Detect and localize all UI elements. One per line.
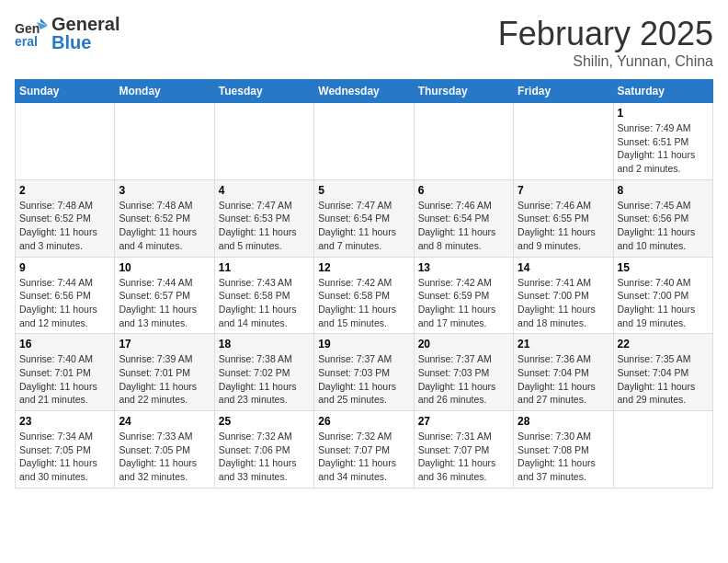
calendar-cell: 26Sunrise: 7:32 AM Sunset: 7:07 PM Dayli… — [314, 411, 414, 488]
logo: Gen eral General Blue — [15, 15, 119, 52]
day-number: 8 — [618, 184, 709, 197]
calendar-cell: 17Sunrise: 7:39 AM Sunset: 7:01 PM Dayli… — [115, 334, 214, 411]
day-info: Sunrise: 7:42 AM Sunset: 6:58 PM Dayligh… — [318, 276, 409, 330]
day-info: Sunrise: 7:42 AM Sunset: 6:59 PM Dayligh… — [418, 276, 509, 330]
calendar-cell: 2Sunrise: 7:48 AM Sunset: 6:52 PM Daylig… — [16, 179, 115, 257]
day-number: 1 — [618, 107, 709, 120]
calendar-cell: 8Sunrise: 7:45 AM Sunset: 6:56 PM Daylig… — [613, 179, 712, 257]
day-number: 23 — [19, 415, 110, 428]
calendar-cell: 23Sunrise: 7:34 AM Sunset: 7:05 PM Dayli… — [16, 411, 115, 488]
day-info: Sunrise: 7:36 AM Sunset: 7:04 PM Dayligh… — [518, 352, 609, 407]
day-info: Sunrise: 7:35 AM Sunset: 7:04 PM Dayligh… — [618, 352, 709, 407]
calendar-cell: 1Sunrise: 7:49 AM Sunset: 6:51 PM Daylig… — [613, 103, 712, 180]
calendar-cell — [613, 411, 712, 488]
day-info: Sunrise: 7:47 AM Sunset: 6:54 PM Dayligh… — [318, 199, 409, 253]
week-row-2: 2Sunrise: 7:48 AM Sunset: 6:52 PM Daylig… — [16, 179, 713, 257]
day-info: Sunrise: 7:44 AM Sunset: 6:56 PM Dayligh… — [19, 276, 110, 330]
day-info: Sunrise: 7:30 AM Sunset: 7:08 PM Dayligh… — [518, 430, 609, 484]
calendar-cell: 19Sunrise: 7:37 AM Sunset: 7:03 PM Dayli… — [314, 334, 414, 411]
day-info: Sunrise: 7:43 AM Sunset: 6:58 PM Dayligh… — [219, 276, 310, 330]
day-info: Sunrise: 7:44 AM Sunset: 6:57 PM Dayligh… — [119, 276, 210, 330]
calendar-cell: 25Sunrise: 7:32 AM Sunset: 7:06 PM Dayli… — [214, 411, 313, 488]
day-of-week-friday: Friday — [514, 80, 613, 103]
logo-text: General Blue — [51, 15, 119, 52]
day-number: 5 — [318, 184, 409, 197]
week-row-1: 1Sunrise: 7:49 AM Sunset: 6:51 PM Daylig… — [16, 103, 713, 180]
day-info: Sunrise: 7:48 AM Sunset: 6:52 PM Dayligh… — [119, 199, 210, 253]
day-info: Sunrise: 7:45 AM Sunset: 6:56 PM Dayligh… — [618, 199, 709, 253]
day-number: 26 — [318, 415, 409, 428]
calendar-cell: 15Sunrise: 7:40 AM Sunset: 7:00 PM Dayli… — [613, 257, 712, 334]
svg-text:eral: eral — [15, 34, 38, 49]
day-info: Sunrise: 7:34 AM Sunset: 7:05 PM Dayligh… — [19, 430, 110, 484]
day-info: Sunrise: 7:40 AM Sunset: 7:00 PM Dayligh… — [618, 276, 709, 330]
calendar-cell: 11Sunrise: 7:43 AM Sunset: 6:58 PM Dayli… — [214, 257, 313, 334]
logo-icon: Gen eral — [15, 17, 48, 50]
day-of-week-wednesday: Wednesday — [314, 80, 414, 103]
calendar-cell: 12Sunrise: 7:42 AM Sunset: 6:58 PM Dayli… — [314, 257, 414, 334]
day-number: 17 — [119, 338, 210, 350]
day-number: 9 — [19, 261, 110, 274]
day-info: Sunrise: 7:38 AM Sunset: 7:02 PM Dayligh… — [219, 352, 310, 407]
day-number: 6 — [418, 184, 509, 197]
day-info: Sunrise: 7:33 AM Sunset: 7:05 PM Dayligh… — [119, 430, 210, 484]
calendar-cell — [115, 103, 214, 180]
calendar-table: SundayMondayTuesdayWednesdayThursdayFrid… — [15, 79, 713, 488]
logo-general: General — [51, 15, 119, 33]
day-number: 18 — [219, 338, 310, 350]
week-row-4: 16Sunrise: 7:40 AM Sunset: 7:01 PM Dayli… — [16, 334, 713, 411]
day-number: 27 — [418, 415, 509, 428]
day-info: Sunrise: 7:46 AM Sunset: 6:54 PM Dayligh… — [418, 199, 509, 253]
week-row-3: 9Sunrise: 7:44 AM Sunset: 6:56 PM Daylig… — [16, 257, 713, 334]
day-info: Sunrise: 7:37 AM Sunset: 7:03 PM Dayligh… — [418, 352, 509, 407]
day-number: 14 — [518, 261, 609, 274]
calendar-cell: 5Sunrise: 7:47 AM Sunset: 6:54 PM Daylig… — [314, 179, 414, 257]
day-number: 3 — [119, 184, 210, 197]
day-number: 28 — [518, 415, 609, 428]
day-number: 13 — [418, 261, 509, 274]
calendar-cell: 20Sunrise: 7:37 AM Sunset: 7:03 PM Dayli… — [414, 334, 513, 411]
day-number: 10 — [119, 261, 210, 274]
title-block: February 2025 Shilin, Yunnan, China — [498, 15, 713, 70]
calendar-cell — [214, 103, 313, 180]
calendar-cell — [414, 103, 513, 180]
day-number: 7 — [518, 184, 609, 197]
day-number: 11 — [219, 261, 310, 274]
calendar-title: February 2025 — [498, 15, 713, 53]
day-info: Sunrise: 7:41 AM Sunset: 7:00 PM Dayligh… — [518, 276, 609, 330]
days-header-row: SundayMondayTuesdayWednesdayThursdayFrid… — [16, 80, 713, 103]
calendar-cell: 4Sunrise: 7:47 AM Sunset: 6:53 PM Daylig… — [214, 179, 313, 257]
day-number: 2 — [19, 184, 110, 197]
calendar-cell: 22Sunrise: 7:35 AM Sunset: 7:04 PM Dayli… — [613, 334, 712, 411]
day-number: 4 — [219, 184, 310, 197]
day-number: 24 — [119, 415, 210, 428]
day-info: Sunrise: 7:47 AM Sunset: 6:53 PM Dayligh… — [219, 199, 310, 253]
calendar-cell: 10Sunrise: 7:44 AM Sunset: 6:57 PM Dayli… — [115, 257, 214, 334]
day-of-week-monday: Monday — [115, 80, 214, 103]
calendar-cell: 7Sunrise: 7:46 AM Sunset: 6:55 PM Daylig… — [514, 179, 613, 257]
calendar-cell — [16, 103, 115, 180]
day-info: Sunrise: 7:37 AM Sunset: 7:03 PM Dayligh… — [318, 352, 409, 407]
day-of-week-thursday: Thursday — [414, 80, 513, 103]
week-row-5: 23Sunrise: 7:34 AM Sunset: 7:05 PM Dayli… — [16, 411, 713, 488]
calendar-cell: 16Sunrise: 7:40 AM Sunset: 7:01 PM Dayli… — [16, 334, 115, 411]
calendar-cell — [514, 103, 613, 180]
day-of-week-tuesday: Tuesday — [214, 80, 313, 103]
day-number: 22 — [618, 338, 709, 350]
day-number: 16 — [19, 338, 110, 350]
calendar-cell: 3Sunrise: 7:48 AM Sunset: 6:52 PM Daylig… — [115, 179, 214, 257]
day-info: Sunrise: 7:48 AM Sunset: 6:52 PM Dayligh… — [19, 199, 110, 253]
calendar-cell: 28Sunrise: 7:30 AM Sunset: 7:08 PM Dayli… — [514, 411, 613, 488]
day-info: Sunrise: 7:49 AM Sunset: 6:51 PM Dayligh… — [618, 121, 709, 176]
day-of-week-saturday: Saturday — [613, 80, 712, 103]
day-of-week-sunday: Sunday — [16, 80, 115, 103]
calendar-cell: 13Sunrise: 7:42 AM Sunset: 6:59 PM Dayli… — [414, 257, 513, 334]
calendar-cell: 18Sunrise: 7:38 AM Sunset: 7:02 PM Dayli… — [214, 334, 313, 411]
day-info: Sunrise: 7:39 AM Sunset: 7:01 PM Dayligh… — [119, 352, 210, 407]
day-info: Sunrise: 7:31 AM Sunset: 7:07 PM Dayligh… — [418, 430, 509, 484]
calendar-cell: 6Sunrise: 7:46 AM Sunset: 6:54 PM Daylig… — [414, 179, 513, 257]
day-number: 15 — [618, 261, 709, 274]
calendar-subtitle: Shilin, Yunnan, China — [498, 53, 713, 70]
day-number: 21 — [518, 338, 609, 350]
day-info: Sunrise: 7:32 AM Sunset: 7:06 PM Dayligh… — [219, 430, 310, 484]
